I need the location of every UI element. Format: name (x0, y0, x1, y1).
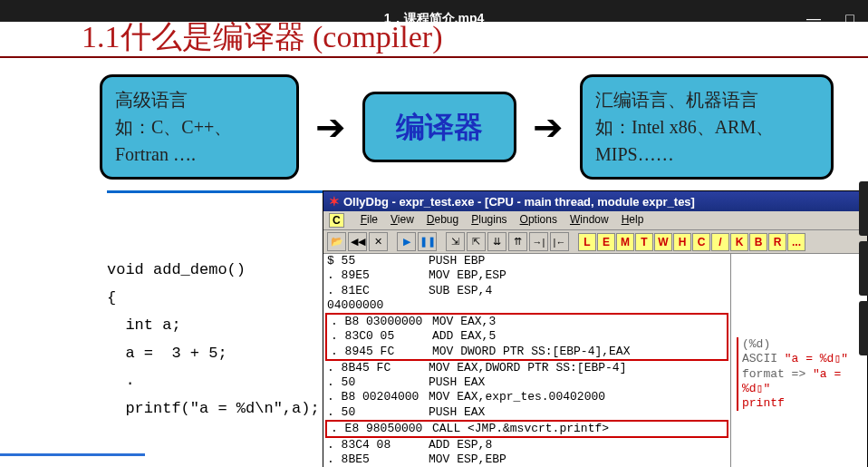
asm-row[interactable]: . 81EC 04000000SUB ESP,4 (323, 284, 730, 314)
tb-stepover-icon[interactable]: ⇱ (467, 232, 486, 251)
slide-content: 1.1什么是编译器 (compiler) 高级语言 如：C、C++、Fortra… (0, 22, 868, 467)
info-line2: ASCII "a = %d▯" (742, 352, 862, 366)
asm-row[interactable]: . 8BE5MOV ESP,EBP (323, 452, 730, 467)
arrow-icon: ➔ (315, 118, 346, 136)
toolbar-window-M[interactable]: M (616, 233, 634, 251)
tb-close-icon[interactable]: ✕ (369, 232, 388, 251)
toolbar-window-E[interactable]: E (597, 233, 615, 251)
asm-row[interactable]: . E8 98050000CALL <JMP.&msvcrt.printf> (327, 422, 727, 436)
menu-window[interactable]: Window (570, 213, 609, 228)
tb-run-icon[interactable]: ▶ (397, 232, 416, 251)
side-tab[interactable] (859, 301, 868, 355)
ollydbg-toolbar: 📂 ◀◀ ✕ ▶ ❚❚ ⇲ ⇱ ⇊ ⇈ →| |← LEMTWHC/KBR... (323, 230, 867, 254)
info-pane[interactable]: (%d) ASCII "a = %d▯" format => "a = %d▯"… (731, 254, 867, 467)
info-line3: format => "a = %d▯" (742, 367, 862, 397)
menu-debug[interactable]: Debug (427, 213, 458, 228)
arrow-icon: ➔ (533, 118, 564, 136)
box-left-line2: 如：C、C++、Fortran …. (115, 113, 284, 168)
disassembly-pane[interactable]: $ 55PUSH EBP. 89E5MOV EBP,ESP. 81EC 0400… (323, 254, 731, 467)
menu-view[interactable]: View (391, 213, 414, 228)
side-tab[interactable] (859, 181, 868, 236)
tb-pause-icon[interactable]: ❚❚ (418, 232, 437, 251)
tb-trace-icon[interactable]: ⇊ (487, 232, 506, 251)
highlight-block-printf: . E8 98050000CALL <JMP.&msvcrt.printf> (325, 420, 728, 438)
ollydbg-titlebar: ✶ OllyDbg - expr_test.exe - [CPU - main … (323, 191, 867, 211)
app-icon: ✶ (329, 194, 340, 209)
target-lang-box: 汇编语言、机器语言 如：Intel x86、ARM、MIPS…… (580, 74, 834, 180)
box-left-line1: 高级语言 (115, 86, 284, 113)
asm-row[interactable]: . B8 00204000MOV EAX,expr_tes.00402000 (323, 390, 730, 404)
box-right-line1: 汇编语言、机器语言 (595, 86, 818, 113)
compiler-box: 编译器 (362, 92, 516, 162)
ollydbg-menubar: C File View Debug Plugins Options Window… (323, 211, 867, 230)
menu-plugins[interactable]: Plugins (471, 213, 506, 228)
tb-rewind-icon[interactable]: ◀◀ (348, 232, 367, 251)
side-tab[interactable] (859, 241, 868, 296)
asm-row[interactable]: . 89E5MOV EBP,ESP (323, 268, 730, 283)
source-lang-box: 高级语言 如：C、C++、Fortran …. (100, 74, 299, 180)
tb-traceover-icon[interactable]: ⇈ (508, 232, 527, 251)
tb-rununtil-icon[interactable]: →| (529, 232, 548, 251)
sys-menu-icon[interactable]: C (329, 213, 344, 228)
asm-row[interactable]: $ 55PUSH EBP (323, 254, 730, 268)
toolbar-window-...[interactable]: ... (787, 233, 805, 251)
toolbar-window-/[interactable]: / (711, 233, 729, 251)
toolbar-window-C[interactable]: C (692, 233, 710, 251)
toolbar-letters: LEMTWHC/KBR... (578, 233, 806, 251)
toolbar-window-W[interactable]: W (654, 233, 672, 251)
ollydbg-body: $ 55PUSH EBP. 89E5MOV EBP,ESP. 81EC 0400… (323, 254, 867, 467)
toolbar-window-T[interactable]: T (635, 233, 653, 251)
progress-indicator[interactable] (0, 453, 145, 456)
toolbar-window-R[interactable]: R (768, 233, 786, 251)
c-source-code: void add_demo() { int a; a = 3 + 5; . pr… (107, 190, 323, 467)
menu-file[interactable]: File (361, 213, 378, 228)
tb-return-icon[interactable]: |← (550, 232, 569, 251)
box-right-line2: 如：Intel x86、ARM、MIPS…… (595, 113, 818, 168)
toolbar-window-B[interactable]: B (749, 233, 767, 251)
asm-row[interactable]: . 8B45 FCMOV EAX,DWORD PTR SS:[EBP-4] (323, 361, 730, 375)
toolbar-window-K[interactable]: K (730, 233, 748, 251)
info-line1: (%d) (742, 337, 862, 352)
slide-heading: 1.1什么是编译器 (compiler) (0, 22, 868, 56)
compiler-diagram: 高级语言 如：C、C++、Fortran …. ➔ 编译器 ➔ 汇编语言、机器语… (0, 58, 868, 190)
highlight-block-assign: . B8 03000000MOV EAX,3. 83C0 05ADD EAX,5… (325, 313, 728, 361)
info-line4: printf (742, 396, 862, 411)
menu-options[interactable]: Options (520, 213, 557, 228)
menu-help[interactable]: Help (622, 213, 644, 228)
asm-row[interactable]: . 83C4 08ADD ESP,8 (323, 438, 730, 452)
toolbar-window-H[interactable]: H (673, 233, 691, 251)
ollydbg-window: ✶ OllyDbg - expr_test.exe - [CPU - main … (323, 190, 868, 467)
toolbar-window-L[interactable]: L (578, 233, 596, 251)
printf-info-box: (%d) ASCII "a = %d▯" format => "a = %d▯"… (737, 337, 862, 411)
asm-row[interactable]: . 50PUSH EAX (323, 375, 730, 390)
asm-row[interactable]: . 50PUSH EAX (323, 405, 730, 420)
asm-row[interactable]: . B8 03000000MOV EAX,3 (327, 315, 727, 329)
side-tabs (859, 181, 868, 361)
tb-open-icon[interactable]: 📂 (327, 232, 346, 251)
ollydbg-title-text: OllyDbg - expr_test.exe - [CPU - main th… (343, 195, 695, 209)
tb-stepinto-icon[interactable]: ⇲ (446, 232, 465, 251)
code-area: void add_demo() { int a; a = 3 + 5; . pr… (0, 190, 868, 467)
asm-row[interactable]: . 83C0 05ADD EAX,5 (327, 329, 727, 344)
asm-row[interactable]: . 8945 FCMOV DWORD PTR SS:[EBP-4],EAX (327, 345, 727, 359)
